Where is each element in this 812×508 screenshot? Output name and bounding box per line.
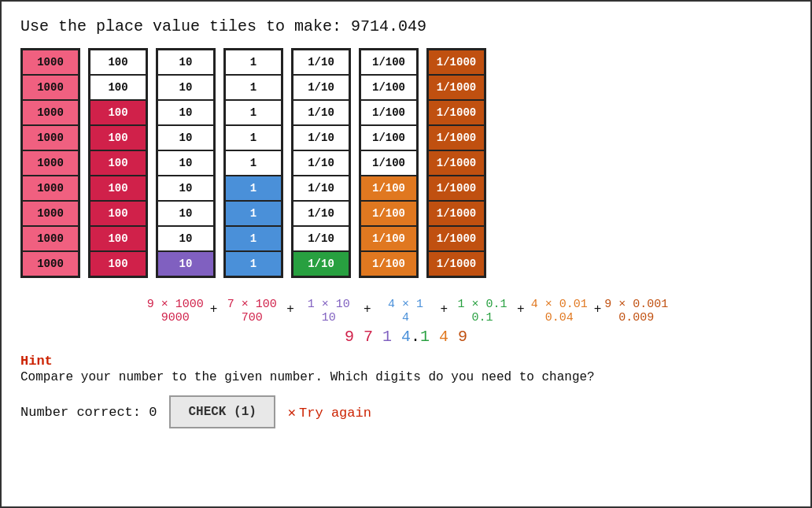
list-item[interactable]: 10 [157, 50, 214, 75]
eq-bottom-thousandths: 0.009 [604, 311, 668, 324]
digit-span [430, 328, 439, 346]
list-item[interactable]: 1 [225, 251, 282, 276]
list-item[interactable]: 1/100 [360, 251, 417, 276]
list-item[interactable]: 1000 [22, 100, 79, 125]
list-item[interactable]: 1 [225, 50, 282, 75]
tile-column-thousandths: 1/10001/10001/10001/10001/10001/10001/10… [426, 48, 486, 278]
list-item[interactable]: 1/10 [293, 75, 349, 100]
list-item[interactable]: 1000 [22, 50, 79, 75]
digit-span: 9 [458, 328, 467, 346]
tiles-area: 1000100010001000100010001000100010001001… [20, 48, 792, 278]
list-item[interactable]: 10 [157, 226, 214, 251]
tile-column-ones: 111111111 [223, 48, 283, 278]
list-item[interactable]: 1000 [22, 226, 79, 251]
tile-column-tens: 101010101010101010 [156, 48, 216, 278]
list-item[interactable]: 1/100 [360, 50, 417, 75]
list-item[interactable]: 1/100 [360, 201, 417, 226]
list-item[interactable]: 100 [90, 176, 146, 201]
number-correct: Number correct: 0 [20, 405, 157, 420]
list-item[interactable]: 1000 [22, 176, 79, 201]
list-item[interactable]: 1000 [22, 75, 79, 100]
list-item[interactable]: 1 [225, 150, 282, 176]
list-item[interactable]: 1 [225, 125, 282, 150]
list-item[interactable]: 1/1000 [428, 150, 485, 176]
list-item[interactable]: 100 [90, 50, 146, 75]
list-item[interactable]: 1000 [22, 251, 79, 276]
plus-sign: + [594, 289, 602, 324]
equations-row: 9 × 10009000+7 × 100700+1 × 1010+4 × 14+… [20, 284, 792, 324]
equation-hundreds: 7 × 100700 [220, 298, 283, 324]
list-item[interactable]: 1/1000 [428, 50, 485, 75]
tile-stack-hundreds: 100100100100100100100100100 [88, 48, 148, 278]
list-item[interactable]: 1/10 [293, 201, 349, 226]
list-item[interactable]: 1/1000 [428, 100, 485, 125]
check-button[interactable]: CHECK (1) [169, 395, 275, 428]
list-item[interactable]: 10 [157, 176, 214, 201]
list-item[interactable]: 1/100 [360, 75, 417, 100]
eq-bottom-thousands: 9000 [144, 311, 207, 324]
list-item[interactable]: 1/1000 [428, 176, 485, 201]
tile-column-thousands: 100010001000100010001000100010001000 [20, 48, 80, 278]
list-item[interactable]: 100 [90, 201, 146, 226]
list-item[interactable]: 10 [157, 100, 214, 125]
list-item[interactable]: 1/10 [293, 226, 349, 251]
list-item[interactable]: 1/10 [293, 100, 349, 125]
equation-ones: 4 × 14 [374, 298, 437, 324]
list-item[interactable]: 100 [90, 150, 146, 176]
list-item[interactable]: 1/1000 [428, 251, 485, 276]
digit-span: 1 [382, 328, 392, 346]
list-item[interactable]: 10 [157, 201, 214, 226]
list-item[interactable]: 1/100 [360, 150, 417, 176]
list-item[interactable]: 1/1000 [428, 125, 485, 150]
equation-tens: 1 × 1010 [297, 298, 360, 324]
plus-sign: + [210, 289, 218, 324]
list-item[interactable]: 100 [90, 226, 146, 251]
list-item[interactable]: 10 [157, 125, 214, 150]
x-icon: ✕ [288, 406, 296, 421]
eq-top-tens: 1 × 10 [297, 298, 360, 311]
list-item[interactable]: 1 [225, 226, 282, 251]
list-item[interactable]: 1/100 [360, 226, 417, 251]
try-again-button[interactable]: ✕Try again [288, 404, 371, 421]
tile-stack-tens: 101010101010101010 [156, 48, 216, 278]
list-item[interactable]: 1/1000 [428, 75, 485, 100]
list-item[interactable]: 1/100 [360, 125, 417, 150]
list-item[interactable]: 1 [225, 176, 282, 201]
digit-span [448, 328, 458, 346]
combined-number-row: 9 7 1 4.1 4 9 [20, 328, 792, 346]
list-item[interactable]: 1/10 [293, 50, 349, 75]
digit-span [373, 328, 382, 346]
list-item[interactable]: 100 [90, 251, 146, 276]
list-item[interactable]: 1/1000 [428, 201, 485, 226]
list-item[interactable]: 1 [225, 100, 282, 125]
list-item[interactable]: 1/10 [293, 150, 349, 176]
combined-number: 9 7 1 4.1 4 9 [345, 328, 467, 346]
plus-sign: + [517, 289, 525, 324]
list-item[interactable]: 100 [90, 75, 146, 100]
list-item[interactable]: 1000 [22, 125, 79, 150]
list-item[interactable]: 10 [157, 75, 214, 100]
list-item[interactable]: 1000 [22, 150, 79, 176]
list-item[interactable]: 1/100 [360, 176, 417, 201]
eq-bottom-hundredths: 0.04 [528, 311, 591, 324]
list-item[interactable]: 1000 [22, 201, 79, 226]
list-item[interactable]: 1 [225, 201, 282, 226]
hint-text: Compare your number to the given number.… [20, 370, 792, 384]
list-item[interactable]: 100 [90, 100, 146, 125]
list-item[interactable]: 100 [90, 125, 146, 150]
eq-top-hundreds: 7 × 100 [220, 298, 283, 311]
list-item[interactable]: 1/10 [293, 176, 349, 201]
equation-hundredths: 4 × 0.010.04 [528, 298, 591, 324]
digit-span: 9 [345, 328, 354, 346]
list-item[interactable]: 1/100 [360, 100, 417, 125]
tile-stack-hundredths: 1/1001/1001/1001/1001/1001/1001/1001/100… [359, 48, 419, 278]
list-item[interactable]: 1 [225, 75, 282, 100]
list-item[interactable]: 10 [157, 251, 214, 276]
equation-thousandths: 9 × 0.0010.009 [604, 298, 668, 324]
digit-span: 7 [364, 328, 373, 346]
list-item[interactable]: 10 [157, 150, 214, 176]
list-item[interactable]: 1/10 [293, 251, 349, 276]
digit-span: 4 [401, 328, 411, 346]
list-item[interactable]: 1/1000 [428, 226, 485, 251]
list-item[interactable]: 1/10 [293, 125, 349, 150]
